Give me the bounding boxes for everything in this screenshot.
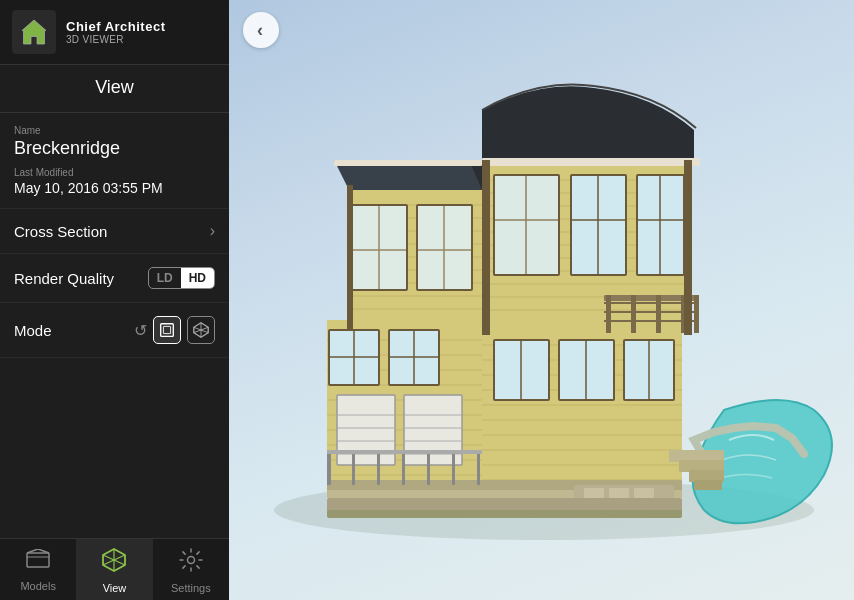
view-title: View xyxy=(0,65,229,113)
svg-rect-54 xyxy=(402,450,405,485)
render-hd-button[interactable]: HD xyxy=(181,268,214,288)
svg-rect-111 xyxy=(606,295,611,333)
svg-point-14 xyxy=(187,557,194,564)
svg-rect-128 xyxy=(327,510,682,518)
render-ld-button[interactable]: LD xyxy=(149,268,181,288)
svg-rect-122 xyxy=(694,480,722,490)
project-info: Name Breckenridge Last Modified May 10, … xyxy=(0,113,229,209)
app-logo xyxy=(12,10,56,54)
svg-rect-51 xyxy=(327,450,331,485)
sidebar: Chief Architect 3D VIEWER View Name Brec… xyxy=(0,0,229,600)
last-modified-label: Last Modified xyxy=(14,167,215,178)
mode-controls: ↺ xyxy=(134,316,215,344)
chevron-right-icon: › xyxy=(210,222,215,240)
svg-rect-52 xyxy=(352,450,355,485)
app-title-sub: 3D VIEWER xyxy=(66,34,165,45)
app-title-block: Chief Architect 3D VIEWER xyxy=(66,19,165,45)
svg-rect-134 xyxy=(495,176,558,274)
view-label: View xyxy=(103,582,127,594)
tab-view[interactable]: View xyxy=(76,539,152,600)
view-icon xyxy=(101,547,127,579)
mode-3d-button[interactable] xyxy=(153,316,181,344)
cross-section-row[interactable]: Cross Section › xyxy=(0,209,229,254)
svg-rect-112 xyxy=(631,295,636,333)
iso-view-icon xyxy=(192,321,210,339)
cross-section-label: Cross Section xyxy=(14,223,107,240)
svg-rect-126 xyxy=(634,488,654,498)
svg-rect-55 xyxy=(427,450,430,485)
models-icon xyxy=(25,549,51,577)
mode-refresh-icon[interactable]: ↺ xyxy=(134,321,147,340)
back-button[interactable]: ‹ xyxy=(243,12,279,48)
svg-rect-2 xyxy=(161,324,174,337)
svg-rect-109 xyxy=(482,158,700,166)
main-3d-view[interactable]: ‹ xyxy=(229,0,854,600)
svg-marker-0 xyxy=(22,20,46,44)
app-title-main: Chief Architect xyxy=(66,19,165,34)
tab-settings[interactable]: Settings xyxy=(153,539,229,600)
settings-label: Settings xyxy=(171,582,211,594)
svg-rect-130 xyxy=(347,185,353,330)
settings-icon xyxy=(178,547,204,579)
svg-rect-131 xyxy=(684,160,692,335)
project-name: Breckenridge xyxy=(14,138,215,159)
mode-label: Mode xyxy=(14,322,52,339)
svg-rect-58 xyxy=(327,450,482,454)
svg-rect-132 xyxy=(353,206,406,289)
3d-view-icon xyxy=(158,321,176,339)
app-header: Chief Architect 3D VIEWER xyxy=(0,0,229,65)
svg-rect-115 xyxy=(694,295,699,333)
models-label: Models xyxy=(20,580,55,592)
mode-iso-button[interactable] xyxy=(187,316,215,344)
svg-rect-125 xyxy=(609,488,629,498)
svg-rect-124 xyxy=(584,488,604,498)
svg-rect-3 xyxy=(163,326,170,333)
back-arrow-icon: ‹ xyxy=(257,20,263,41)
render-quality-toggle: LD HD xyxy=(148,267,215,289)
name-label: Name xyxy=(14,125,215,136)
cross-section-right: › xyxy=(210,222,215,240)
render-quality-row: Render Quality LD HD xyxy=(0,254,229,303)
svg-rect-129 xyxy=(482,160,490,335)
svg-rect-56 xyxy=(452,450,455,485)
house-scene xyxy=(229,0,854,600)
render-quality-label: Render Quality xyxy=(14,270,114,287)
svg-rect-8 xyxy=(27,553,49,567)
svg-rect-57 xyxy=(477,450,480,485)
house-svg xyxy=(234,20,849,580)
last-modified-date: May 10, 2016 03:55 PM xyxy=(14,180,215,196)
tab-models[interactable]: Models xyxy=(0,539,76,600)
svg-rect-113 xyxy=(656,295,661,333)
mode-row: Mode ↺ xyxy=(0,303,229,358)
svg-rect-108 xyxy=(334,160,482,166)
render-toggle-group: LD HD xyxy=(148,267,215,289)
svg-rect-133 xyxy=(418,206,471,289)
svg-rect-53 xyxy=(377,450,380,485)
tab-bar: Models View Settings xyxy=(0,538,229,600)
